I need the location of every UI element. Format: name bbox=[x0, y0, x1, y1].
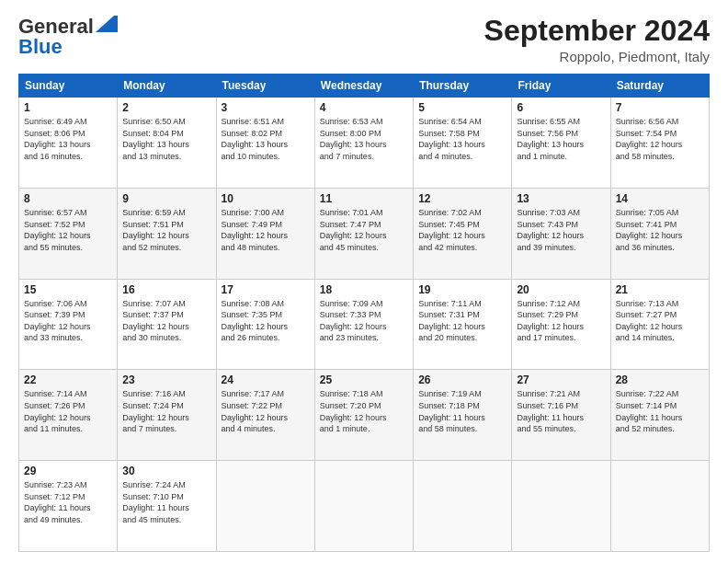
calendar-cell: 29Sunrise: 7:23 AM Sunset: 7:12 PM Dayli… bbox=[19, 461, 118, 552]
calendar-cell bbox=[216, 461, 314, 552]
day-number: 15 bbox=[24, 283, 112, 296]
svg-marker-1 bbox=[96, 16, 118, 32]
day-number: 17 bbox=[222, 283, 310, 296]
day-number: 3 bbox=[222, 101, 310, 114]
day-info: Sunrise: 7:01 AM Sunset: 7:47 PM Dayligh… bbox=[320, 207, 408, 253]
logo-icon bbox=[96, 16, 118, 32]
calendar-cell bbox=[512, 461, 610, 552]
calendar-cell: 6Sunrise: 6:55 AM Sunset: 7:56 PM Daylig… bbox=[512, 98, 610, 189]
calendar-cell: 10Sunrise: 7:00 AM Sunset: 7:49 PM Dayli… bbox=[216, 188, 314, 279]
day-info: Sunrise: 7:02 AM Sunset: 7:45 PM Dayligh… bbox=[418, 207, 506, 253]
col-saturday: Saturday bbox=[610, 75, 709, 98]
calendar-cell: 12Sunrise: 7:02 AM Sunset: 7:45 PM Dayli… bbox=[414, 188, 512, 279]
calendar-page: General Blue September 2024 Roppolo, Pie… bbox=[0, 0, 728, 563]
day-info: Sunrise: 7:19 AM Sunset: 7:18 PM Dayligh… bbox=[418, 388, 506, 434]
calendar-cell: 5Sunrise: 6:54 AM Sunset: 7:58 PM Daylig… bbox=[414, 98, 512, 189]
calendar-cell: 28Sunrise: 7:22 AM Sunset: 7:14 PM Dayli… bbox=[610, 370, 709, 461]
calendar-week-1: 1Sunrise: 6:49 AM Sunset: 8:06 PM Daylig… bbox=[19, 98, 710, 189]
calendar-cell: 4Sunrise: 6:53 AM Sunset: 8:00 PM Daylig… bbox=[314, 98, 413, 189]
day-number: 16 bbox=[122, 283, 210, 296]
calendar-week-4: 22Sunrise: 7:14 AM Sunset: 7:26 PM Dayli… bbox=[19, 370, 710, 461]
day-info: Sunrise: 7:03 AM Sunset: 7:43 PM Dayligh… bbox=[517, 207, 605, 253]
col-monday: Monday bbox=[118, 75, 216, 98]
calendar-table: Sunday Monday Tuesday Wednesday Thursday… bbox=[18, 74, 710, 552]
day-number: 5 bbox=[418, 101, 506, 114]
month-title: September 2024 bbox=[484, 15, 710, 47]
day-number: 27 bbox=[517, 373, 605, 386]
day-info: Sunrise: 7:24 AM Sunset: 7:10 PM Dayligh… bbox=[122, 479, 210, 525]
day-number: 2 bbox=[122, 101, 210, 114]
day-info: Sunrise: 7:08 AM Sunset: 7:35 PM Dayligh… bbox=[222, 298, 310, 344]
day-info: Sunrise: 7:17 AM Sunset: 7:22 PM Dayligh… bbox=[222, 388, 310, 434]
day-info: Sunrise: 7:09 AM Sunset: 7:33 PM Dayligh… bbox=[320, 298, 408, 344]
day-info: Sunrise: 6:50 AM Sunset: 8:04 PM Dayligh… bbox=[122, 116, 210, 162]
calendar-cell: 27Sunrise: 7:21 AM Sunset: 7:16 PM Dayli… bbox=[512, 370, 610, 461]
day-number: 7 bbox=[616, 101, 704, 114]
day-number: 29 bbox=[24, 465, 112, 477]
day-info: Sunrise: 7:07 AM Sunset: 7:37 PM Dayligh… bbox=[122, 298, 210, 344]
day-number: 11 bbox=[320, 192, 408, 205]
day-info: Sunrise: 6:56 AM Sunset: 7:54 PM Dayligh… bbox=[616, 116, 704, 162]
logo-blue-text: Blue bbox=[18, 35, 63, 59]
title-block: September 2024 Roppolo, Piedmont, Italy bbox=[484, 15, 710, 64]
calendar-cell: 3Sunrise: 6:51 AM Sunset: 8:02 PM Daylig… bbox=[216, 98, 314, 189]
calendar-cell bbox=[314, 461, 413, 552]
calendar-cell: 24Sunrise: 7:17 AM Sunset: 7:22 PM Dayli… bbox=[216, 370, 314, 461]
calendar-week-3: 15Sunrise: 7:06 AM Sunset: 7:39 PM Dayli… bbox=[19, 279, 710, 370]
day-info: Sunrise: 7:22 AM Sunset: 7:14 PM Dayligh… bbox=[616, 388, 704, 434]
day-number: 12 bbox=[418, 192, 506, 205]
day-number: 4 bbox=[320, 101, 408, 114]
day-info: Sunrise: 7:05 AM Sunset: 7:41 PM Dayligh… bbox=[616, 207, 704, 253]
calendar-cell bbox=[414, 461, 512, 552]
location: Roppolo, Piedmont, Italy bbox=[484, 49, 710, 64]
calendar-cell: 13Sunrise: 7:03 AM Sunset: 7:43 PM Dayli… bbox=[512, 188, 610, 279]
day-number: 10 bbox=[222, 192, 310, 205]
day-info: Sunrise: 7:13 AM Sunset: 7:27 PM Dayligh… bbox=[616, 298, 704, 344]
day-number: 8 bbox=[24, 192, 112, 205]
col-friday: Friday bbox=[512, 75, 610, 98]
day-info: Sunrise: 6:55 AM Sunset: 7:56 PM Dayligh… bbox=[517, 116, 605, 162]
calendar-cell: 19Sunrise: 7:11 AM Sunset: 7:31 PM Dayli… bbox=[414, 279, 512, 370]
calendar-cell: 1Sunrise: 6:49 AM Sunset: 8:06 PM Daylig… bbox=[19, 98, 118, 189]
calendar-cell: 2Sunrise: 6:50 AM Sunset: 8:04 PM Daylig… bbox=[118, 98, 216, 189]
day-info: Sunrise: 6:49 AM Sunset: 8:06 PM Dayligh… bbox=[24, 116, 112, 162]
day-info: Sunrise: 7:18 AM Sunset: 7:20 PM Dayligh… bbox=[320, 388, 408, 434]
day-info: Sunrise: 7:11 AM Sunset: 7:31 PM Dayligh… bbox=[418, 298, 506, 344]
day-info: Sunrise: 6:51 AM Sunset: 8:02 PM Dayligh… bbox=[222, 116, 310, 162]
day-number: 20 bbox=[517, 283, 605, 296]
day-number: 19 bbox=[418, 283, 506, 296]
day-number: 1 bbox=[24, 101, 112, 114]
header: General Blue September 2024 Roppolo, Pie… bbox=[18, 15, 710, 64]
day-number: 25 bbox=[320, 373, 408, 386]
day-info: Sunrise: 6:53 AM Sunset: 8:00 PM Dayligh… bbox=[320, 116, 408, 162]
col-sunday: Sunday bbox=[19, 75, 118, 98]
day-number: 23 bbox=[122, 373, 210, 386]
calendar-cell: 7Sunrise: 6:56 AM Sunset: 7:54 PM Daylig… bbox=[610, 98, 709, 189]
day-number: 18 bbox=[320, 283, 408, 296]
day-info: Sunrise: 7:23 AM Sunset: 7:12 PM Dayligh… bbox=[24, 479, 112, 525]
day-info: Sunrise: 6:59 AM Sunset: 7:51 PM Dayligh… bbox=[122, 207, 210, 253]
day-info: Sunrise: 7:21 AM Sunset: 7:16 PM Dayligh… bbox=[517, 388, 605, 434]
day-info: Sunrise: 6:57 AM Sunset: 7:52 PM Dayligh… bbox=[24, 207, 112, 253]
calendar-week-5: 29Sunrise: 7:23 AM Sunset: 7:12 PM Dayli… bbox=[19, 461, 710, 552]
day-info: Sunrise: 7:06 AM Sunset: 7:39 PM Dayligh… bbox=[24, 298, 112, 344]
col-wednesday: Wednesday bbox=[314, 75, 413, 98]
day-info: Sunrise: 6:54 AM Sunset: 7:58 PM Dayligh… bbox=[418, 116, 506, 162]
calendar-cell: 22Sunrise: 7:14 AM Sunset: 7:26 PM Dayli… bbox=[19, 370, 118, 461]
calendar-cell: 17Sunrise: 7:08 AM Sunset: 7:35 PM Dayli… bbox=[216, 279, 314, 370]
day-number: 21 bbox=[616, 283, 704, 296]
day-info: Sunrise: 7:12 AM Sunset: 7:29 PM Dayligh… bbox=[517, 298, 605, 344]
col-tuesday: Tuesday bbox=[216, 75, 314, 98]
day-number: 6 bbox=[517, 101, 605, 114]
logo: General Blue bbox=[18, 15, 118, 59]
calendar-cell: 14Sunrise: 7:05 AM Sunset: 7:41 PM Dayli… bbox=[610, 188, 709, 279]
calendar-cell: 21Sunrise: 7:13 AM Sunset: 7:27 PM Dayli… bbox=[610, 279, 709, 370]
day-number: 14 bbox=[616, 192, 704, 205]
calendar-cell: 16Sunrise: 7:07 AM Sunset: 7:37 PM Dayli… bbox=[118, 279, 216, 370]
day-number: 13 bbox=[517, 192, 605, 205]
calendar-cell: 25Sunrise: 7:18 AM Sunset: 7:20 PM Dayli… bbox=[314, 370, 413, 461]
day-info: Sunrise: 7:14 AM Sunset: 7:26 PM Dayligh… bbox=[24, 388, 112, 434]
days-header-row: Sunday Monday Tuesday Wednesday Thursday… bbox=[19, 75, 710, 98]
col-thursday: Thursday bbox=[414, 75, 512, 98]
day-number: 24 bbox=[222, 373, 310, 386]
